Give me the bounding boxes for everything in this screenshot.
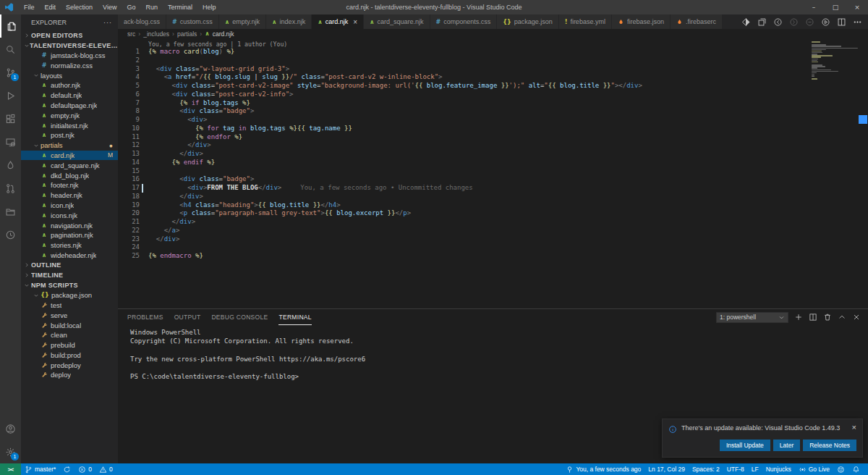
tab-firebase-json[interactable]: firebase.json [612, 14, 671, 29]
chevron-up-icon[interactable] [838, 313, 846, 321]
menu-run[interactable]: Run [140, 0, 163, 14]
tree-item-card-square-njk[interactable]: ∧card_square.njk [21, 160, 118, 170]
panel-tab-terminal[interactable]: TERMINAL [278, 309, 311, 325]
status-spaces-2[interactable]: Spaces: 2 [689, 466, 723, 473]
breadcrumb-item[interactable]: card.njk [213, 30, 234, 38]
more-actions-icon[interactable] [853, 17, 862, 27]
tree-item-header-njk[interactable]: ∧header.njk [21, 190, 118, 201]
activity-explorer[interactable] [0, 14, 21, 38]
tree-item-prebuild[interactable]: prebuild [21, 340, 118, 350]
section-talentdiverse-eleventy-fullbl-[interactable]: TALENTDIVERSE-ELEVENTY-FULLBL... [21, 41, 118, 51]
tree-item-defaultpage-njk[interactable]: ∧defaultpage.njk [21, 101, 118, 111]
status-lf[interactable]: LF [748, 466, 762, 473]
activity-firebase[interactable] [0, 154, 21, 177]
nav-back-icon[interactable] [773, 17, 783, 27]
tree-item-deploy[interactable]: deploy [21, 370, 118, 380]
tab-components-css[interactable]: #components.css [430, 14, 498, 29]
last-edit-location-icon[interactable] [805, 17, 814, 27]
activity-source-control[interactable]: 1 [0, 61, 21, 84]
status-errors[interactable]: 0 [75, 463, 95, 475]
tab-card-square-njk[interactable]: ∧card_square.njk [364, 14, 430, 29]
tab-index-njk[interactable]: ∧index.njk [266, 14, 312, 29]
tree-item-serve[interactable]: serve [21, 310, 118, 320]
terminal-picker-dropdown[interactable]: 1: powershell [716, 312, 788, 323]
tree-item-navigation-njk[interactable]: ∧navigation.njk [21, 220, 118, 230]
menu-view[interactable]: View [98, 0, 122, 14]
menu-edit[interactable]: Edit [40, 0, 61, 14]
breadcrumb-item[interactable]: _includes [143, 30, 169, 38]
section-timeline[interactable]: TIMELINE [21, 270, 118, 280]
notification-close-icon[interactable]: × [852, 424, 856, 431]
tree-item-jamstack-blog-css[interactable]: #jamstack-blog.css [21, 51, 118, 61]
tree-item-footer-njk[interactable]: ∧footer.njk [21, 180, 118, 190]
close-button[interactable]: × [846, 0, 868, 14]
activity-search[interactable] [0, 38, 21, 61]
tree-item-predeploy[interactable]: predeploy [21, 360, 118, 370]
panel-tab-debug-console[interactable]: DEBUG CONSOLE [211, 309, 268, 325]
nav-forward-icon[interactable] [789, 17, 799, 27]
tree-item-layouts[interactable]: layouts [21, 70, 118, 80]
tree-item-stories-njk[interactable]: ∧stories.njk [21, 240, 118, 251]
sidebar-more-actions-icon[interactable]: ··· [103, 19, 112, 26]
tree-item-test[interactable]: test [21, 300, 118, 311]
panel-tab-output[interactable]: OUTPUT [174, 309, 201, 325]
tree-item-dkd-blog-njk[interactable]: ∧dkd_blog.njk [21, 170, 118, 180]
status-sync[interactable] [59, 463, 75, 475]
tree-item-partials[interactable]: partials● [21, 140, 118, 151]
activity-remote-explorer[interactable] [0, 130, 21, 154]
menu-file[interactable]: File [19, 0, 40, 14]
open-changes-icon[interactable] [757, 17, 767, 27]
minimize-button[interactable]: – [803, 0, 825, 14]
tree-item-icons-njk[interactable]: ∧icons.njk [21, 210, 118, 220]
tree-item-default-njk[interactable]: ∧default.njk [21, 91, 118, 101]
tree-item-pagination-njk[interactable]: ∧pagination.njk [21, 230, 118, 240]
status-feedback-smiley[interactable] [833, 466, 848, 474]
activity-github-pull-requests[interactable] [0, 177, 21, 200]
tab-firebase-yml[interactable]: !firebase.yml [559, 14, 612, 29]
tree-item-initialtest-njk[interactable]: ∧initialtest.njk [21, 120, 118, 130]
tab-card-njk[interactable]: ∧card.njk× [312, 14, 364, 29]
tree-item-post-njk[interactable]: ∧post.njk [21, 130, 118, 140]
status-git-branch[interactable]: master* [21, 463, 59, 475]
tab-empty-njk[interactable]: ∧empty.njk [219, 14, 266, 29]
status-notifications-bell[interactable] [848, 466, 864, 474]
install-update-button[interactable]: Install Update [720, 440, 770, 451]
status-warnings[interactable]: 0 [95, 463, 116, 475]
status-utf-8[interactable]: UTF-8 [723, 466, 748, 473]
tree-item-package-json[interactable]: {}package.json [21, 290, 118, 300]
menu-go[interactable]: Go [122, 0, 140, 14]
tree-item-card-njk[interactable]: ∧card.njkM [21, 151, 118, 161]
code-editor[interactable]: You, a few seconds ago | 1 author (You) … [118, 38, 868, 308]
activity-time-clock[interactable] [0, 223, 21, 246]
activity-project-folder[interactable] [0, 200, 21, 223]
format-prettier-icon[interactable] [741, 17, 751, 27]
codelens-annotation[interactable]: You, a few seconds ago | 1 author (You) [118, 41, 868, 48]
kill-terminal-icon[interactable] [823, 313, 832, 321]
activity-run-debug[interactable] [0, 84, 21, 107]
release-notes-button[interactable]: Release Notes [803, 440, 856, 451]
breadcrumb-item[interactable]: src [127, 30, 135, 38]
section-outline[interactable]: OUTLINE [21, 260, 118, 270]
run-code-icon[interactable] [821, 17, 830, 27]
status-gitlens-blame[interactable]: You, a few seconds ago [562, 466, 644, 474]
status-go-live[interactable]: Go Live [795, 466, 833, 474]
breadcrumb-item[interactable]: partials [177, 30, 197, 38]
tree-item-normalize-css[interactable]: #normalize.css [21, 60, 118, 70]
split-editor-icon[interactable] [837, 17, 846, 27]
tree-item-clean[interactable]: clean [21, 330, 118, 340]
status-nunjucks[interactable]: Nunjucks [762, 466, 795, 473]
minimap[interactable] [812, 41, 859, 80]
tree-item-build-local[interactable]: build:local [21, 320, 118, 330]
tree-item-build-prod[interactable]: build:prod [21, 350, 118, 361]
menu-terminal[interactable]: Terminal [163, 0, 197, 14]
new-terminal-icon[interactable] [794, 313, 803, 321]
status-ln-17-col-29[interactable]: Ln 17, Col 29 [644, 466, 689, 473]
activity-settings-gear[interactable]: 1 [0, 440, 21, 463]
tree-item-wideheader-njk[interactable]: ∧wideheader.njk [21, 251, 118, 261]
breadcrumb[interactable]: src›_includes›partials›∧card.njk [118, 29, 868, 38]
section-npm-scripts[interactable]: NPM SCRIPTS [21, 280, 118, 290]
split-terminal-icon[interactable] [809, 313, 817, 321]
tab-custom-css[interactable]: #custom.css [166, 14, 219, 29]
terminal-output[interactable]: Windows PowerShellCopyright (C) Microsof… [118, 325, 868, 381]
tree-item-empty-njk[interactable]: ∧empty.njk [21, 110, 118, 120]
